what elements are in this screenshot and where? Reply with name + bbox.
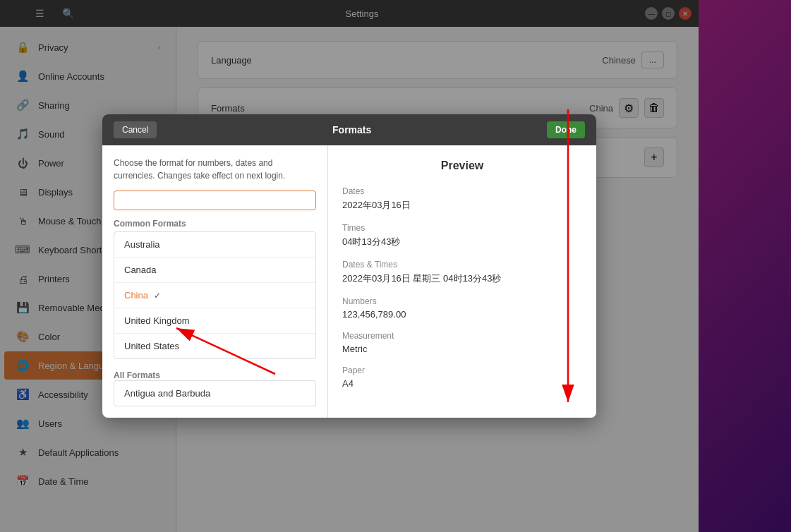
format-item-label: China [124, 290, 148, 301]
format-item-label: Australia [124, 239, 160, 250]
preview-section-label: Numbers [342, 296, 582, 306]
all-formats-label: All Formats [114, 370, 316, 380]
preview-section-label: Paper [342, 365, 582, 375]
preview-sections: Dates 2022年03月16日 Times 04时13分43秒 Dates … [342, 186, 582, 389]
preview-section-dates-times: Dates & Times 2022年03月16日 星期三 04时13分43秒 [342, 260, 582, 285]
search-wrapper: 🔍 [114, 191, 316, 210]
preview-section-label: Measurement [342, 331, 582, 341]
preview-section-label: Dates [342, 186, 582, 196]
format-description: Choose the format for numbers, dates and… [114, 157, 316, 182]
format-item-label: Canada [124, 265, 157, 275]
preview-section-label: Times [342, 223, 582, 233]
preview-section-value: 04时13分43秒 [342, 236, 582, 248]
common-formats-label: Common Formats [114, 219, 316, 229]
format-item-united-kingdom[interactable]: United Kingdom [114, 308, 315, 334]
dialog-overlay: Cancel Formats Done Choose the format fo… [0, 0, 699, 532]
preview-section-dates: Dates 2022年03月16日 [342, 186, 582, 212]
common-formats-section: Common Formats Australia Canada China ✓ … [114, 219, 316, 359]
check-icon: ✓ [154, 291, 161, 301]
dialog-body: Choose the format for numbers, dates and… [102, 145, 596, 418]
format-item-canada[interactable]: Canada [114, 258, 315, 283]
preview-title: Preview [342, 159, 582, 172]
formats-dialog: Cancel Formats Done Choose the format fo… [102, 114, 596, 418]
format-item-china[interactable]: China ✓ [114, 283, 315, 308]
preview-section-value: 123,456,789.00 [342, 309, 582, 320]
format-right-panel: Preview Dates 2022年03月16日 Times 04时13分43… [328, 145, 596, 418]
format-item-label: United Kingdom [124, 315, 190, 326]
format-item-united-states[interactable]: United States [114, 334, 315, 358]
all-format-item-antigua-and-barbuda[interactable]: Antigua and Barbuda [114, 381, 315, 406]
preview-section-measurement: Measurement Metric [342, 331, 582, 354]
dialog-header: Cancel Formats Done [102, 114, 596, 145]
preview-section-label: Dates & Times [342, 260, 582, 270]
all-formats-section: All Formats Antigua and Barbuda [114, 368, 316, 406]
done-button[interactable]: Done [547, 121, 585, 138]
dialog-title: Formats [157, 124, 547, 135]
preview-section-times: Times 04时13分43秒 [342, 223, 582, 248]
preview-section-value: Metric [342, 344, 582, 354]
preview-section-value: 2022年03月16日 星期三 04时13分43秒 [342, 272, 582, 285]
preview-section-value: 2022年03月16日 [342, 199, 582, 212]
format-item-label: United States [124, 341, 179, 351]
format-search-input[interactable] [114, 191, 316, 210]
common-formats-list: Australia Canada China ✓ United Kingdom … [114, 231, 316, 359]
format-left-panel: Choose the format for numbers, dates and… [102, 145, 328, 418]
cancel-button[interactable]: Cancel [114, 121, 157, 138]
settings-window: 🔍 ☰ Settings — ◻ ✕ 🔒 Privacy › 👤 Online … [0, 0, 699, 532]
preview-section-numbers: Numbers 123,456,789.00 [342, 296, 582, 320]
preview-section-value: A4 [342, 378, 582, 389]
all-formats-list: Antigua and Barbuda [114, 380, 316, 406]
format-item-australia[interactable]: Australia [114, 232, 315, 258]
preview-section-paper: Paper A4 [342, 365, 582, 389]
all-format-item-label: Antigua and Barbuda [124, 388, 210, 399]
